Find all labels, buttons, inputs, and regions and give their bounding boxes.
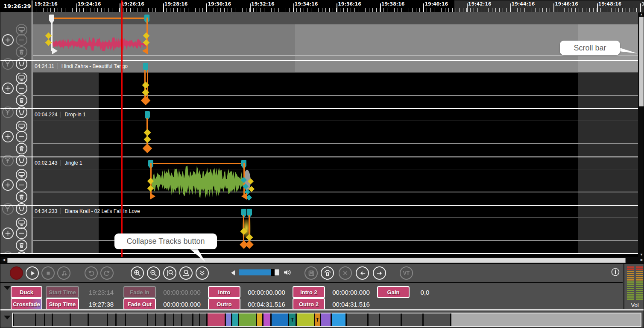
track-monitor-button[interactable] [16,73,27,84]
collapse-strip-icon[interactable] [4,316,11,319]
track-monitor-button[interactable] [16,24,27,35]
track-trash-button[interactable] [16,46,27,58]
track-minus-button[interactable] [16,34,27,46]
track-lane[interactable] [578,121,638,169]
track-minus-button[interactable] [16,83,27,94]
volume-down-icon[interactable] [231,270,235,275]
track-trash-button[interactable] [16,191,27,203]
play-button[interactable] [26,266,39,280]
track-plus-button[interactable] [2,131,14,142]
cue-marker-pin[interactable] [247,209,252,215]
fade-marker-arrow[interactable] [241,193,247,200]
playlist-item-block[interactable] [13,313,35,326]
playlist-item-block[interactable] [206,313,225,326]
selection-marker-pin[interactable] [49,15,54,21]
playlist-item-block[interactable] [125,313,147,326]
redo-button[interactable] [100,266,114,280]
collapse-tracks-button[interactable] [196,266,209,280]
save-button[interactable] [304,266,318,280]
record-button[interactable] [10,266,23,280]
horizontal-scrollbar-thumb[interactable] [7,258,626,263]
speaker-icon[interactable] [283,269,292,276]
track-monitor-button[interactable] [16,169,27,180]
scroll-down-icon[interactable]: ▼ [640,253,643,257]
playlist-item-block[interactable] [367,313,379,326]
track-lane[interactable] [295,24,578,72]
intro-2-button[interactable]: Intro 2 [293,286,325,298]
playlist-item-block[interactable] [107,313,115,326]
cancel-button[interactable] [339,266,352,280]
track-trash-button[interactable] [16,143,27,154]
stop-button[interactable] [41,266,55,280]
start-time-button[interactable]: Start Time [46,286,79,298]
volume-slider-thumb[interactable] [271,269,275,276]
playlist-item-block[interactable] [155,313,164,326]
zoom-out-button[interactable] [147,266,160,280]
track-lane[interactable] [99,73,578,121]
playlist-item-block[interactable] [52,313,70,326]
fade-in-button[interactable]: Fade In [123,286,156,298]
track-minus-button[interactable] [16,179,27,191]
track-minus-button[interactable] [16,131,27,142]
playlist-item-block[interactable] [115,313,125,326]
undo-button[interactable] [85,266,98,280]
track-plus-button[interactable] [2,83,14,94]
scroll-left-icon[interactable]: ◀ [3,258,5,262]
playlist-item-block[interactable] [422,313,450,326]
playlist-item-block[interactable] [270,313,288,326]
playlist-item-block[interactable]: T [288,313,296,326]
playlist-item-block[interactable] [238,313,256,326]
collapse-properties-icon[interactable] [4,286,11,290]
playlist-item-block[interactable] [192,313,199,326]
zoom-in-button[interactable] [131,266,144,280]
track-minus-button[interactable] [16,228,27,239]
outro-2-button[interactable]: Outro 2 [293,298,325,310]
next-button[interactable] [373,266,386,280]
scroll-right-icon[interactable]: ▶ [641,258,643,262]
playlist-item-block[interactable] [320,313,331,326]
track-plus-button[interactable] [2,228,14,239]
playlist-item-block[interactable] [379,313,401,326]
track-plus-button[interactable] [2,179,14,191]
track-row[interactable]: 00:04.224Drop-in 1 [0,73,644,121]
vertical-scrollbar[interactable]: ▲ ▼ [638,12,644,257]
intro-button[interactable]: Intro [208,286,240,298]
info-icon[interactable] [611,268,620,276]
fade-out-button[interactable]: Fade Out [123,298,156,310]
track-lane[interactable] [99,121,578,169]
voice-track-button[interactable]: VT [400,266,413,280]
track-lane[interactable] [578,73,638,121]
cue-marker-pin[interactable] [145,111,150,117]
horizontal-scrollbar[interactable]: ◀ ▶ [0,257,644,263]
playlist-item-block[interactable] [231,313,238,326]
selection-marker-arrow[interactable] [52,47,58,54]
crossfade-button[interactable]: Crossfade [11,298,42,310]
track-plus-button[interactable] [2,34,14,46]
cleanup-button[interactable] [321,266,334,280]
track-monitor-button[interactable] [16,121,27,132]
track-trash-button[interactable] [16,95,27,106]
fade-envelope-line[interactable] [151,163,244,164]
playlist-item-block[interactable] [345,313,367,326]
track-row[interactable]: 00:02.143Jingle 1 [0,121,644,169]
outro-button[interactable]: Outro [208,298,240,310]
cue-marker-pin[interactable] [143,63,148,69]
playlist-item-block[interactable] [331,313,345,326]
playlist-blocks-container[interactable]: TT [12,313,641,327]
fade-envelope-line[interactable] [52,18,147,19]
track-monitor-button[interactable] [16,218,27,229]
playlist-item-block[interactable] [256,313,262,326]
gain-button[interactable]: Gain [377,286,410,298]
track-row[interactable]: 04:34.233Diana Krall - 02 Let's Fall In … [0,169,644,217]
playlist-item-block[interactable] [181,313,192,326]
vertical-scrollbar-thumb[interactable] [639,17,644,106]
fade-marker-arrow[interactable] [142,47,148,54]
playlist-item-block[interactable] [296,313,314,326]
playlist-item-block[interactable] [88,313,107,326]
playlist-item-block[interactable] [401,313,422,326]
playlist-item-block[interactable] [35,313,44,326]
volume-slider[interactable] [239,269,279,275]
cue-marker-pin[interactable] [241,209,246,215]
zoom-vertical-button[interactable] [163,266,176,280]
zoom-selection-button[interactable] [179,266,193,280]
